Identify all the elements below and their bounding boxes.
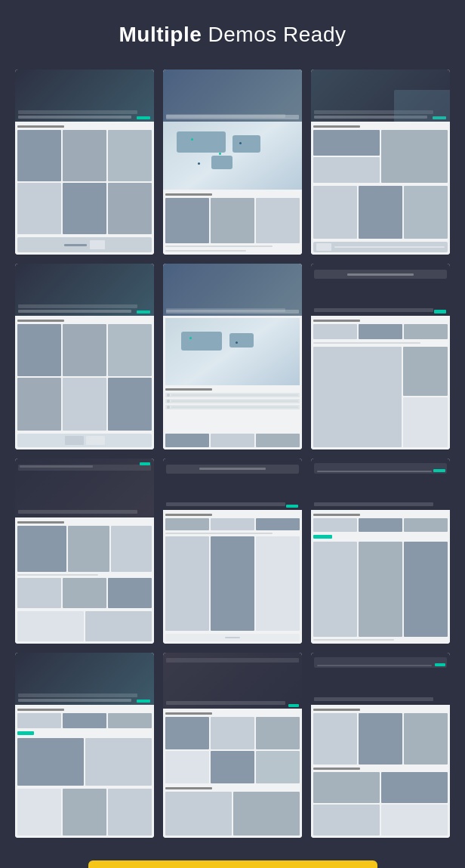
demo-card-img [17, 130, 61, 181]
demo-section-label [313, 320, 360, 322]
demo-text [165, 533, 273, 534]
demo-mini-card [256, 198, 300, 243]
demo-text [17, 574, 98, 576]
demo-section-label [17, 521, 64, 524]
demo-card-3[interactable] [311, 70, 450, 255]
demo-mini-card [359, 518, 402, 532]
demo-text [165, 250, 246, 252]
demo-nav-bar [18, 693, 137, 697]
demo-cta [137, 700, 150, 703]
demo-card-10[interactable] [15, 653, 154, 838]
demo-card-item [63, 378, 106, 430]
demo-card-row [17, 324, 152, 376]
demo-card-img [17, 324, 61, 376]
demo-section-2-label [165, 787, 212, 789]
demo-section-label [313, 709, 360, 711]
demo-nav-bar [314, 502, 433, 506]
demo-mini-card [165, 198, 209, 243]
demo-card-7[interactable] [15, 459, 154, 644]
demo-mini-card [256, 518, 300, 530]
demo-card-11[interactable] [163, 653, 302, 838]
demo-mini-card [404, 518, 448, 532]
demo-mini-cards [17, 713, 152, 728]
demo-text [165, 246, 273, 247]
demo-section-label [165, 514, 212, 516]
demo-mini-card [211, 434, 254, 447]
demo-map [165, 318, 300, 385]
demo-nav-bar [18, 510, 137, 514]
demo-search-bar [18, 116, 131, 119]
demo-nav-bar [166, 502, 285, 506]
demo-mini-cards [165, 198, 300, 243]
demo-card-row [17, 130, 152, 181]
demo-card-4[interactable] [15, 264, 154, 449]
demo-search-bar [18, 310, 131, 313]
demo-section-label [313, 125, 360, 128]
demo-section-label [165, 388, 212, 391]
demo-mini-cards [165, 518, 300, 530]
demo-card-5[interactable] [163, 264, 302, 449]
demo-mini-card [359, 324, 402, 339]
demo-mini-card [313, 324, 357, 339]
demo-card-12[interactable] [311, 653, 450, 838]
demo-mini-card [165, 434, 209, 447]
demo-nav-bar [166, 701, 285, 705]
demo-mini-card [256, 434, 300, 447]
demo-section-label [165, 712, 212, 715]
page-title: Multiple Demos Ready [119, 23, 346, 47]
demo-card-6[interactable] [311, 264, 450, 449]
demo-mini-cards [313, 518, 448, 532]
demo-text [313, 639, 394, 641]
demo-section-label [17, 320, 64, 322]
demo-card-item [17, 183, 61, 234]
demo-section-label [17, 709, 64, 711]
demo-card-img [108, 130, 152, 181]
demo-card-row-2 [17, 378, 152, 430]
demo-mini-card [313, 518, 357, 532]
demo-card-8[interactable] [163, 459, 302, 644]
demo-search-bar [18, 699, 131, 702]
demo-card-item [63, 183, 106, 234]
demo-mini-card [63, 713, 106, 728]
demo-card-item [108, 378, 152, 430]
demo-card-1[interactable] [15, 70, 154, 255]
demo-section-2-label [313, 768, 360, 770]
demo-card-row-2 [17, 183, 152, 234]
demo-nav-bar [314, 308, 433, 312]
demo-mini-card [211, 198, 254, 243]
demo-text [313, 342, 420, 344]
demo-mini-card [165, 518, 209, 530]
demo-mini-cards [313, 324, 448, 339]
demo-card-img [63, 324, 106, 376]
demo-card-img [108, 324, 152, 376]
demo-card-img [63, 130, 106, 181]
demo-nav-bar [18, 304, 137, 308]
demo-card-2[interactable] [163, 70, 302, 255]
demo-card-9[interactable] [311, 459, 450, 644]
demo-map [163, 122, 302, 190]
view-more-button[interactable]: View More Demos [88, 860, 377, 868]
demo-mini-card [211, 518, 254, 530]
demo-mini-card [404, 324, 448, 339]
demo-cta [137, 116, 150, 119]
demo-mini-cards [165, 434, 300, 447]
demo-nav-bar [314, 697, 433, 701]
demo-card-item [108, 183, 152, 234]
demo-card-item [17, 378, 61, 430]
demos-grid [15, 70, 450, 838]
demo-section-label [313, 514, 360, 516]
demo-mini-card [108, 713, 152, 728]
demo-section-label [17, 125, 64, 128]
demo-nav-bar [18, 110, 137, 114]
demo-mini-card [17, 713, 61, 728]
demo-cta [137, 310, 150, 314]
demo-section-label [165, 193, 212, 196]
